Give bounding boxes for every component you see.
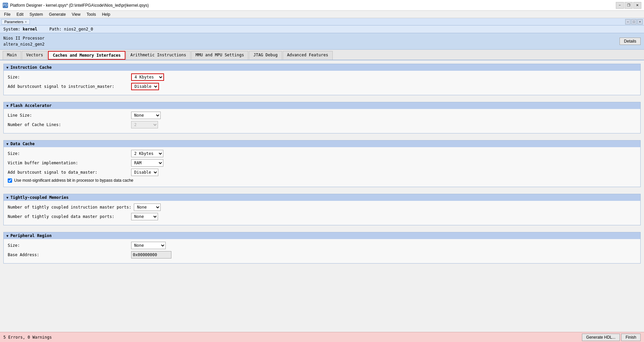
path-label: Path: <box>49 27 61 32</box>
panel-maximize-btn[interactable]: □ <box>631 19 637 24</box>
fa-cachelines-row: Number of Cache Lines: 2 4 8 16 <box>8 121 636 128</box>
menu-tools[interactable]: Tools <box>84 11 99 17</box>
tab-mmu[interactable]: MMU and MPU Settings <box>191 51 249 60</box>
instruction-cache-header: Instruction Cache <box>4 64 640 71</box>
dc-victim-row: Victim buffer implementation: RAM Regist… <box>8 159 636 167</box>
tc-instr-row: Number of tightly coupled instruction ma… <box>8 204 636 211</box>
tabs-bar: Main Vectors Caches and Memory Interface… <box>0 50 644 60</box>
menu-system[interactable]: System <box>27 11 46 17</box>
component-text: Nios II Processor altera_nios2_gen2 <box>3 35 45 47</box>
fa-linesize-select[interactable]: None 4 bytes 8 bytes 16 bytes <box>131 112 161 119</box>
instruction-cache-title: Instruction Cache <box>10 65 52 70</box>
status-bar: 5 Errors, 0 Warnings Generate HDL... Fin… <box>0 332 644 342</box>
window-title: Platform Designer - kernel.qsys* (D:\int… <box>10 3 149 8</box>
ic-burstcount-row: Add burstcount signal to instruction_mas… <box>8 83 636 90</box>
fa-cachelines-select[interactable]: 2 4 8 16 <box>131 121 158 128</box>
status-message: 5 Errors, 0 Warnings <box>3 335 52 340</box>
pr-size-label: Size: <box>8 243 128 248</box>
pr-size-row: Size: None 64 Mbytes 128 Mbytes 256 Mbyt… <box>8 242 636 249</box>
component-line1: Nios II Processor <box>3 35 45 41</box>
app-icon: PD <box>3 3 8 8</box>
sections-container: Instruction Cache Size: 4 Kbytes 2 Kbyte… <box>3 64 641 268</box>
section-peripheral-region: Peripheral Region Size: None 64 Mbytes 1… <box>3 232 641 264</box>
restore-button[interactable]: ❐ <box>625 2 633 9</box>
tc-data-row: Number of tightly coupled data master po… <box>8 213 636 220</box>
title-bar-left: PD Platform Designer - kernel.qsys* (D:\… <box>3 3 149 8</box>
tc-data-label: Number of tightly coupled data master po… <box>8 214 128 219</box>
dc-victim-label: Victim buffer implementation: <box>8 161 128 165</box>
ic-size-select[interactable]: 4 Kbytes 2 Kbytes 8 Kbytes 16 Kbytes 32 … <box>131 73 164 81</box>
panel-close-btn[interactable]: × <box>637 19 643 24</box>
menu-view[interactable]: View <box>69 11 83 17</box>
instruction-cache-body: Size: 4 Kbytes 2 Kbytes 8 Kbytes 16 Kbyt… <box>4 71 640 95</box>
path-value: nios2_gen2_0 <box>64 27 93 32</box>
panel-minimize-btn[interactable]: − <box>625 19 631 24</box>
panel-title-tab: Parameters × <box>1 19 30 24</box>
fa-linesize-row: Line Size: None 4 bytes 8 bytes 16 bytes <box>8 112 636 119</box>
ic-size-row: Size: 4 Kbytes 2 Kbytes 8 Kbytes 16 Kbyt… <box>8 73 636 81</box>
title-bar: PD Platform Designer - kernel.qsys* (D:\… <box>0 0 644 11</box>
panel-title-label: Parameters <box>4 20 23 24</box>
menu-edit[interactable]: Edit <box>14 11 26 17</box>
tightly-coupled-title: Tightly-coupled Memories <box>10 195 68 200</box>
section-instruction-cache: Instruction Cache Size: 4 Kbytes 2 Kbyte… <box>3 64 641 95</box>
tc-instr-select[interactable]: None 1 2 3 4 <box>134 204 161 211</box>
tab-arithmetic[interactable]: Arithmetic Instructions <box>126 51 191 60</box>
dc-burstcount-label: Add burstcount signal to data_master: <box>8 170 128 175</box>
flash-accelerator-header: Flash Accelerator <box>4 102 640 109</box>
dc-size-label: Size: <box>8 151 128 156</box>
dc-burstcount-row: Add burstcount signal to data_master: Di… <box>8 169 636 176</box>
pr-baseaddr-label: Base Address: <box>8 252 128 257</box>
ic-burstcount-label: Add burstcount signal to instruction_mas… <box>8 84 128 89</box>
tab-main[interactable]: Main <box>3 51 21 60</box>
menu-help[interactable]: Help <box>99 11 113 17</box>
menu-generate[interactable]: Generate <box>46 11 68 17</box>
close-button[interactable]: ✕ <box>633 2 641 9</box>
status-buttons: Generate HDL... Finish <box>582 334 641 341</box>
data-cache-title: Data Cache <box>10 141 35 146</box>
minimize-button[interactable]: − <box>616 2 624 9</box>
system-label: System: <box>3 27 20 32</box>
panel-tab-close[interactable]: × <box>25 20 27 24</box>
peripheral-region-title: Peripheral Region <box>10 233 52 238</box>
fa-cachelines-label: Number of Cache Lines: <box>8 122 128 127</box>
component-line2: altera_nios2_gen2 <box>3 41 45 47</box>
dc-checkbox-row: Use most-significant address bit in proc… <box>8 178 636 183</box>
tightly-coupled-body: Number of tightly coupled instruction ma… <box>4 201 640 225</box>
data-cache-header: Data Cache <box>4 140 640 147</box>
ic-size-label: Size: <box>8 75 128 79</box>
pr-baseaddr-row: Base Address: 0x00000000 <box>8 251 636 259</box>
main-content: Parameters × − □ × System: kernel Path: … <box>0 18 644 342</box>
panel-controls: − □ × <box>625 19 643 24</box>
content-panel: Instruction Cache Size: 4 Kbytes 2 Kbyte… <box>0 60 644 332</box>
dc-bypass-checkbox[interactable] <box>8 178 12 183</box>
menu-file[interactable]: File <box>1 11 13 17</box>
generate-hdl-button[interactable]: Generate HDL... <box>582 334 620 341</box>
finish-button[interactable]: Finish <box>621 334 641 341</box>
details-button[interactable]: Details <box>620 38 641 45</box>
section-tightly-coupled: Tightly-coupled Memories Number of tight… <box>3 194 641 225</box>
pr-size-select[interactable]: None 64 Mbytes 128 Mbytes 256 Mbytes 512… <box>131 242 166 249</box>
dc-victim-select[interactable]: RAM Registers <box>131 159 163 167</box>
tab-advanced[interactable]: Advanced Features <box>283 51 333 60</box>
dc-burstcount-select[interactable]: Disable Enable <box>131 169 158 176</box>
dc-size-select[interactable]: 2 Kbytes 512 bytes 1 Kbytes 4 Kbytes 8 K… <box>131 150 163 157</box>
component-info: Nios II Processor altera_nios2_gen2 Deta… <box>0 33 644 50</box>
flash-accelerator-title: Flash Accelerator <box>10 103 52 108</box>
pr-baseaddr-input[interactable]: 0x00000000 <box>131 251 171 259</box>
tab-vectors[interactable]: Vectors <box>22 51 48 60</box>
menu-bar: File Edit System Generate View Tools Hel… <box>0 11 644 18</box>
section-flash-accelerator: Flash Accelerator Line Size: None 4 byte… <box>3 102 641 133</box>
tab-jtag[interactable]: JTAG Debug <box>249 51 282 60</box>
peripheral-region-body: Size: None 64 Mbytes 128 Mbytes 256 Mbyt… <box>4 239 640 263</box>
tc-instr-label: Number of tightly coupled instruction ma… <box>8 205 131 210</box>
ic-burstcount-select[interactable]: Disable Enable <box>131 83 159 90</box>
tc-data-select[interactable]: None 1 2 3 4 <box>131 213 158 220</box>
panel-header: Parameters × − □ × <box>0 18 644 25</box>
fa-linesize-label: Line Size: <box>8 113 128 118</box>
title-bar-buttons: − ❐ ✕ <box>616 2 641 9</box>
data-cache-body: Size: 2 Kbytes 512 bytes 1 Kbytes 4 Kbyt… <box>4 147 640 187</box>
tab-caches[interactable]: Caches and Memory Interfaces <box>48 51 125 60</box>
system-value: kernel <box>23 27 37 32</box>
dc-size-row: Size: 2 Kbytes 512 bytes 1 Kbytes 4 Kbyt… <box>8 150 636 157</box>
